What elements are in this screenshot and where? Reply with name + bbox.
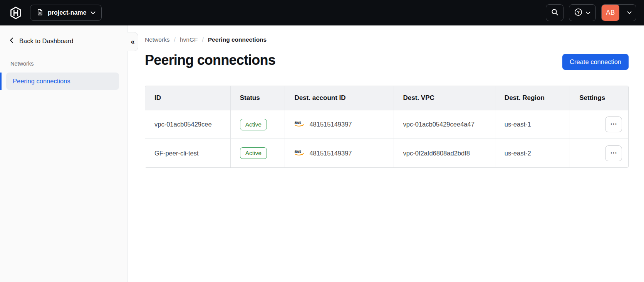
cell-id: vpc-01acb05429cee [145, 110, 230, 139]
svg-text:?: ? [577, 10, 580, 15]
breadcrumb-separator: / [174, 36, 176, 43]
ellipsis-icon: ••• [610, 151, 617, 155]
sidebar: « Back to Dashboard Networks Peering con… [0, 25, 127, 282]
breadcrumb-hvn[interactable]: hvnGF [180, 36, 198, 43]
app-body: « Back to Dashboard Networks Peering con… [0, 25, 644, 282]
account-id-value: 481515149397 [309, 150, 352, 157]
sidebar-nav-row: Peering connections [0, 73, 127, 90]
status-badge: Active [240, 119, 267, 130]
sidebar-collapse-button[interactable]: « [127, 32, 138, 51]
chevron-down-icon [91, 9, 96, 16]
hashicorp-logo-icon[interactable] [10, 7, 22, 19]
cell-region: us-east-1 [495, 110, 570, 139]
breadcrumb-networks[interactable]: Networks [145, 36, 170, 43]
main-content: Networks / hvnGF / Peering connections P… [127, 25, 644, 282]
project-switcher-label: project-name [48, 9, 86, 16]
table-row: GF-peer-cli-test Active aws [145, 139, 628, 167]
chevron-left-icon [10, 37, 13, 45]
help-menu-button[interactable]: ? [569, 4, 596, 21]
back-to-dashboard-label: Back to Dashboard [19, 37, 73, 45]
account-menu-button[interactable]: AB [601, 4, 636, 21]
project-switcher[interactable]: project-name [30, 5, 102, 21]
cell-region: us-east-2 [495, 139, 570, 167]
cell-status: Active [230, 139, 285, 167]
table-row: vpc-01acb05429cee Active aws [145, 110, 628, 139]
cell-vpc: vpc-01acb05429cee4a47 [394, 110, 495, 139]
row-settings-menu-button[interactable]: ••• [605, 145, 622, 161]
document-icon [36, 8, 44, 17]
search-button[interactable] [546, 4, 564, 21]
aws-icon: aws [294, 120, 305, 128]
status-badge: Active [240, 147, 267, 159]
chevron-down-icon [586, 10, 590, 16]
column-header-status: Status [230, 86, 285, 110]
create-connection-button[interactable]: Create connection [562, 54, 629, 70]
aws-icon: aws [294, 149, 305, 157]
column-header-dest-region: Dest. Region [495, 86, 570, 110]
back-to-dashboard-link[interactable]: Back to Dashboard [0, 25, 127, 45]
svg-text:aws: aws [295, 120, 302, 125]
svg-text:aws: aws [295, 149, 302, 154]
row-settings-menu-button[interactable]: ••• [605, 117, 622, 132]
column-header-id: ID [145, 86, 230, 110]
cell-settings: ••• [570, 139, 628, 167]
cell-account-id: aws 481515149397 [285, 110, 393, 139]
column-header-settings: Settings [570, 86, 628, 110]
peering-table-container: ID Status Dest. account ID Dest. VPC Des… [145, 86, 629, 168]
peering-connections-table: ID Status Dest. account ID Dest. VPC Des… [145, 86, 629, 168]
breadcrumb: Networks / hvnGF / Peering connections [145, 36, 629, 43]
page-title: Peering connections [145, 52, 275, 68]
ellipsis-icon: ••• [610, 122, 617, 126]
sidebar-item-label: Peering connections [13, 78, 70, 85]
breadcrumb-current: Peering connections [208, 36, 267, 43]
account-id-value: 481515149397 [309, 121, 352, 128]
cell-account-id: aws 481515149397 [285, 139, 393, 167]
column-header-dest-account-id: Dest. account ID [285, 86, 393, 110]
topbar-actions: ? AB [546, 4, 636, 21]
sidebar-item-peering-connections[interactable]: Peering connections [6, 73, 119, 90]
table-header-row: ID Status Dest. account ID Dest. VPC Des… [145, 86, 628, 110]
active-accent-bar [0, 73, 2, 90]
double-chevron-left-icon: « [131, 38, 134, 46]
help-icon: ? [574, 8, 582, 17]
cell-status: Active [230, 110, 285, 139]
column-header-dest-vpc: Dest. VPC [394, 86, 495, 110]
topbar: project-name ? AB [0, 0, 644, 25]
search-icon [551, 8, 558, 17]
breadcrumb-separator: / [202, 36, 203, 43]
cell-vpc: vpc-0f2afd6808ad2bdf8 [394, 139, 495, 167]
page-header: Peering connections Create connection [145, 52, 629, 70]
sidebar-section-networks: Networks [0, 45, 127, 67]
cell-id: GF-peer-cli-test [145, 139, 230, 167]
avatar: AB [602, 5, 619, 21]
cell-settings: ••• [570, 110, 628, 139]
chevron-down-icon [623, 11, 636, 14]
